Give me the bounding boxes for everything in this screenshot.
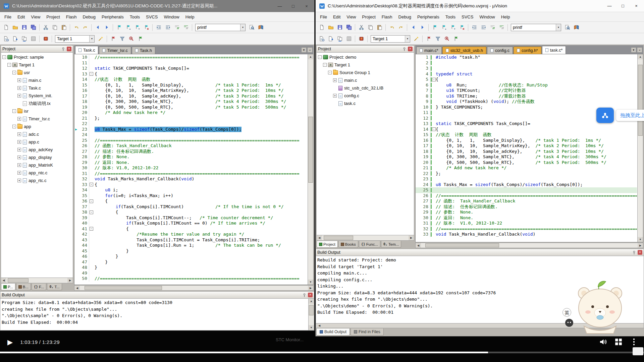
- editor-tab[interactable]: stc32_stc8_usb.h: [442, 47, 486, 54]
- copy-button[interactable]: [366, 23, 375, 32]
- code-area[interactable]: 10//====================================…: [74, 54, 314, 285]
- new-file-button[interactable]: [2, 23, 10, 32]
- funnel-button[interactable]: [433, 35, 442, 43]
- tree-expander[interactable]: -: [328, 71, 332, 74]
- indent-less-button[interactable]: [470, 23, 479, 32]
- cut-button[interactable]: [41, 23, 50, 32]
- find-in-files-button[interactable]: [247, 23, 256, 32]
- tree-expander[interactable]: +: [17, 171, 21, 175]
- project-hscrollbar[interactable]: ◀▶: [1, 278, 73, 283]
- tree-expander[interactable]: -: [12, 71, 16, 74]
- bookmark-previous-button[interactable]: [124, 23, 132, 32]
- close-button[interactable]: ×: [304, 4, 310, 9]
- copy-button[interactable]: [50, 23, 59, 32]
- code-line[interactable]: 45 }: [74, 248, 307, 254]
- code-line[interactable]: 16 {0, 1, 1, Sample_Display}, /* task 1 …: [416, 138, 637, 143]
- tree-item[interactable]: 功能说明.tx: [1, 100, 73, 107]
- bookmark-next-button[interactable]: [133, 23, 142, 32]
- code-line[interactable]: 12static TASK_COMPONENTS Task_Comps[]=: [74, 66, 307, 71]
- fold-marker[interactable]: -: [90, 72, 93, 76]
- books-button[interactable]: [256, 23, 265, 32]
- tree-expander[interactable]: -: [12, 109, 16, 113]
- code-line[interactable]: 1#include "task.h": [416, 55, 637, 60]
- tree-item[interactable]: -Source Group 1: [317, 69, 414, 76]
- menu-file[interactable]: File: [317, 12, 330, 22]
- paste-button[interactable]: [59, 23, 68, 32]
- code-line[interactable]: 19 {0, 500, 500, Sample_RTC}, /* task 5 …: [74, 105, 307, 110]
- play-button[interactable]: ▶: [7, 339, 13, 346]
- save-button[interactable]: [335, 23, 344, 32]
- code-line[interactable]: 34 u8 i;: [74, 187, 307, 193]
- indent-more-button[interactable]: [479, 23, 488, 32]
- code-line[interactable]: 33-{: [74, 182, 307, 188]
- minimize-button[interactable]: —: [606, 3, 612, 8]
- target-combobox[interactable]: Target 1▼: [55, 35, 95, 43]
- tree-expander[interactable]: -: [12, 125, 16, 128]
- titlebar[interactable]: C:\Users\Administrator\Desktop\02.硬件及工具介…: [0, 0, 314, 12]
- scroll-down-arrow[interactable]: ▼: [309, 325, 314, 330]
- output-vscrollbar[interactable]: ▲▼: [308, 299, 314, 330]
- maximize-button[interactable]: □: [620, 3, 626, 8]
- code-line[interactable]: 27// 函数: Task_Handler_Callback: [416, 198, 637, 204]
- tree-item[interactable]: +app_display: [1, 154, 73, 161]
- code-line[interactable]: 33void Task_Marks_Handler_Callback(void): [416, 232, 637, 237]
- code-line[interactable]: 16 {0, 10, 10, Sample_MatrixKey}, /* tas…: [74, 88, 307, 94]
- tree-item[interactable]: -usr: [1, 69, 73, 76]
- tree-expander[interactable]: -: [7, 63, 11, 67]
- tree-item[interactable]: +app_rtc.c: [1, 177, 73, 184]
- tab-list-button[interactable]: ▼: [301, 47, 307, 53]
- fold-marker[interactable]: -: [90, 199, 93, 203]
- tree-item[interactable]: -Target 1: [317, 61, 414, 69]
- undo-button[interactable]: [72, 23, 80, 32]
- panel-tab-project[interactable]: Project: [317, 241, 338, 248]
- redo-button[interactable]: [396, 23, 405, 32]
- tree-expander[interactable]: +: [333, 78, 337, 82]
- tree-item[interactable]: -Target 1: [1, 61, 73, 69]
- tree-expander[interactable]: +: [17, 86, 21, 90]
- code-line[interactable]: 9 void (*TaskHook) (void); //任务函数: [416, 99, 637, 105]
- translate-button[interactable]: [2, 35, 10, 43]
- code-line[interactable]: 21 /* Add new task here */: [416, 165, 637, 171]
- indent-more-button[interactable]: [163, 23, 172, 32]
- maximize-button[interactable]: □: [290, 4, 296, 9]
- open-folder-button[interactable]: [326, 23, 335, 32]
- code-line[interactable]: 40 if(Task_Comps[i].TIMCount == 0) /* If…: [74, 221, 307, 226]
- find-in-files-button[interactable]: [563, 23, 572, 32]
- code-line[interactable]: 27// 描述: 任务标记回调函数.: [74, 149, 307, 155]
- cut-button[interactable]: [357, 23, 366, 32]
- new-file-button[interactable]: [317, 23, 326, 32]
- code-line[interactable]: 14-{: [416, 127, 637, 132]
- menu-peripherals[interactable]: Peripherals: [99, 12, 127, 22]
- paste-button[interactable]: [375, 23, 384, 32]
- code-line[interactable]: 42 /*Resume the timer value and try agai…: [74, 232, 307, 237]
- scroll-right-arrow[interactable]: ▶: [638, 244, 643, 247]
- code-line[interactable]: 28// 描述: 任务标记回调函数.: [416, 204, 637, 210]
- menu-project[interactable]: Project: [43, 12, 63, 22]
- green-flag-button[interactable]: [136, 35, 145, 43]
- tab-list-button[interactable]: ▼: [631, 47, 636, 53]
- tree-expander[interactable]: +: [17, 163, 21, 167]
- code-line[interactable]: 37 if(Task_Comps[i].TIMCount) /* If the …: [74, 204, 307, 210]
- target-combobox[interactable]: Target 1▼: [371, 35, 410, 43]
- code-line[interactable]: 44 Task_Comps[i].Run = 1; /* The task ca…: [74, 243, 307, 248]
- code-line[interactable]: ▶23u8 Tasks_Max = sizeof(Task_Comps)/siz…: [74, 127, 307, 132]
- tree-item[interactable]: task.c: [317, 100, 414, 107]
- panel-tab-books[interactable]: B...: [16, 284, 31, 290]
- code-line[interactable]: 43 Task_Comps[i].TIMCount = Task_Comps[i…: [74, 237, 307, 243]
- menu-debug[interactable]: Debug: [80, 12, 99, 22]
- video-progress-track[interactable]: [0, 352, 644, 353]
- menu-project[interactable]: Project: [359, 12, 378, 22]
- tab-close-button[interactable]: ×: [307, 47, 313, 53]
- editor-tab[interactable]: Task.c: [75, 46, 98, 54]
- editor-vscrollbar[interactable]: ▲▼: [637, 54, 643, 242]
- tree-item[interactable]: -Project: demo: [317, 53, 414, 61]
- open-folder-button[interactable]: [11, 23, 19, 32]
- code-line[interactable]: 28// 参数: None.: [74, 154, 307, 160]
- menu-flash[interactable]: Flash: [63, 12, 80, 22]
- navigate-back-button[interactable]: [409, 23, 418, 32]
- comment-selection-button[interactable]: [172, 23, 181, 32]
- scroll-left-arrow[interactable]: ◀: [416, 244, 421, 247]
- panel-tab-project[interactable]: P...: [1, 284, 15, 290]
- tree-expander[interactable]: +: [17, 94, 21, 98]
- tree-item[interactable]: +app_ntc.c: [1, 169, 73, 177]
